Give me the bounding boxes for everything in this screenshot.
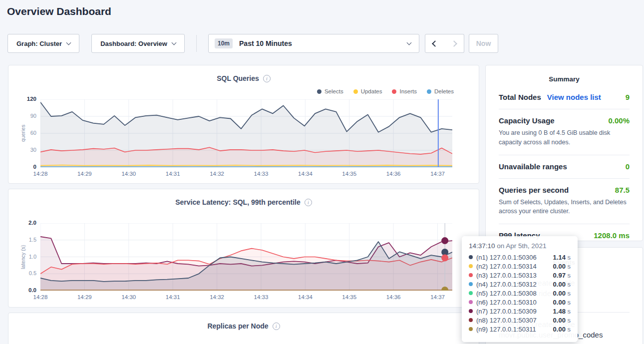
node-series-dot-icon xyxy=(469,264,473,268)
summary-label: Capacity Usage xyxy=(499,116,555,125)
tooltip-node-unit: s xyxy=(566,281,571,288)
x-axis-tick-label: 14:30 xyxy=(117,171,141,177)
summary-heading: Summary xyxy=(486,75,643,83)
tooltip-node-unit: s xyxy=(566,317,571,324)
x-axis-tick-label: 14:31 xyxy=(161,171,185,177)
service-latency-chart-panel: Service Latency: SQL, 99th percentile i … xyxy=(8,189,479,308)
tooltip-node-value: 0.00 s xyxy=(553,290,571,297)
x-axis-tick-label: 14:34 xyxy=(293,171,317,177)
page-title: Overview Dashboard xyxy=(7,5,111,17)
legend-label: Selects xyxy=(324,88,343,94)
tooltip-node-value: 0.00 s xyxy=(553,299,571,306)
tooltip-node-value: 0.00 s xyxy=(553,317,571,324)
node-series-dot-icon xyxy=(469,291,473,295)
y-axis-tick-label: 60 xyxy=(12,130,36,136)
summary-value: 9 xyxy=(626,93,630,101)
x-axis-tick-label: 14:35 xyxy=(337,294,361,300)
plot-svg xyxy=(40,223,452,291)
summary-value: 1208.0 ms xyxy=(594,231,630,240)
legend-item[interactable]: Selects xyxy=(317,88,343,94)
graph-dropdown-label: Graph: Cluster xyxy=(16,40,62,47)
tooltip-node-unit: s xyxy=(566,308,571,315)
summary-row: Queries per second87.5Sum of Selects, Up… xyxy=(499,179,630,225)
legend-item[interactable]: Inserts xyxy=(392,88,417,94)
node-series-dot-icon xyxy=(469,318,473,322)
y-axis-tick-label: 0.5 xyxy=(12,270,36,276)
chart-title: Service Latency: SQL, 99th percentile xyxy=(175,198,301,206)
info-icon[interactable]: i xyxy=(263,75,271,82)
tooltip-node-value: 0.00 s xyxy=(553,326,571,333)
x-axis-tick-label: 14:34 xyxy=(293,294,317,300)
y-axis-tick-label: 1.0 xyxy=(12,254,36,260)
tooltip-node-value: 0.00 s xyxy=(553,263,571,270)
tooltip-node-row: (n9) 127.0.0.1:503110.00 s xyxy=(469,325,571,334)
node-series-dot-icon xyxy=(469,273,473,277)
y-axis-tick-label: 30 xyxy=(12,147,36,153)
sql-queries-plot[interactable] xyxy=(40,99,452,167)
node-series-dot-icon xyxy=(469,327,473,331)
overview-dashboard-page: { "page": { "title": "Overview Dashboard… xyxy=(0,0,644,344)
x-axis-tick-label: 14:29 xyxy=(72,294,96,300)
time-range-dropdown[interactable]: 10m Past 10 Minutes xyxy=(208,34,419,53)
tooltip-node-label: (n4) 127.0.0.1:50312 xyxy=(476,281,537,288)
summary-label: Total Nodes xyxy=(499,93,541,101)
x-axis-tick-label: 14:32 xyxy=(205,171,229,177)
x-axis-tick-label: 14:37 xyxy=(426,294,450,300)
tooltip-node-value: 1.48 s xyxy=(553,308,571,315)
service-latency-plot[interactable] xyxy=(40,223,452,291)
time-next-button[interactable] xyxy=(444,34,464,53)
y-axis-tick-label: 2.0 xyxy=(12,220,36,226)
tooltip-node-row: (n2) 127.0.0.1:503140.00 s xyxy=(469,262,571,271)
legend-label: Updates xyxy=(361,88,382,94)
view-nodes-list-link[interactable]: View nodes list xyxy=(547,93,601,101)
node-series-dot-icon xyxy=(469,309,473,313)
tooltip-node-label: (n2) 127.0.0.1:50314 xyxy=(476,263,537,270)
tooltip-node-label: (n7) 127.0.0.1:50309 xyxy=(476,308,537,315)
tooltip-timestamp: 14:37:10 on Apr 5th, 2021 xyxy=(469,242,571,250)
summary-subtext: You are using 0 B of 4.5 GiB usable disk… xyxy=(499,128,630,147)
tooltip-node-row: (n7) 127.0.0.1:503091.48 s xyxy=(469,307,571,316)
x-axis-tick-label: 14:35 xyxy=(337,171,361,177)
sql-queries-chart-panel: SQL Queries i SelectsUpdatesInsertsDelet… xyxy=(8,65,479,184)
dashboard-dropdown[interactable]: Dashboard: Overview xyxy=(91,34,185,53)
x-axis-tick-label: 14:28 xyxy=(28,294,52,300)
x-axis-tick-label: 14:28 xyxy=(28,171,52,177)
tooltip-node-row: (n3) 127.0.0.1:503130.97 s xyxy=(469,271,571,280)
tooltip-node-unit: s xyxy=(566,263,571,270)
replicas-per-node-chart-panel: Replicas per Node i xyxy=(8,313,479,344)
now-button[interactable]: Now xyxy=(469,34,498,53)
info-icon[interactable]: i xyxy=(273,323,280,330)
chevron-left-icon xyxy=(432,40,438,47)
legend-dot-icon xyxy=(392,89,396,94)
chevron-down-icon xyxy=(171,40,176,45)
chart-legend: SelectsUpdatesInsertsDeletes xyxy=(317,88,454,94)
chevron-down-icon xyxy=(66,40,71,45)
y-axis-tick-label: 1.5 xyxy=(12,237,36,243)
chart-title: Replicas per Node xyxy=(207,322,268,330)
chevron-right-icon xyxy=(451,40,457,47)
tooltip-node-row: (n1) 127.0.0.1:503061.14 s xyxy=(469,253,571,262)
time-range-badge: 10m xyxy=(215,38,233,48)
tooltip-node-label: (n5) 127.0.0.1:50308 xyxy=(476,290,537,297)
summary-label: Queries per second xyxy=(499,186,569,194)
tooltip-node-unit: s xyxy=(566,326,571,333)
graph-dropdown[interactable]: Graph: Cluster xyxy=(7,34,79,53)
legend-dot-icon xyxy=(427,89,431,94)
legend-item[interactable]: Deletes xyxy=(427,88,454,94)
toolbar-divider xyxy=(196,35,197,52)
x-axis-tick-label: 14:33 xyxy=(249,171,273,177)
x-axis-tick-label: 14:37 xyxy=(426,171,450,177)
info-icon[interactable]: i xyxy=(305,199,312,206)
legend-item[interactable]: Updates xyxy=(353,88,382,94)
summary-row: Capacity Usage0.00%You are using 0 B of … xyxy=(499,109,630,155)
dashboard-dropdown-label: Dashboard: Overview xyxy=(100,40,167,47)
node-series-dot-icon xyxy=(469,255,473,259)
tooltip-node-row: (n8) 127.0.0.1:503070.00 s xyxy=(469,316,571,325)
tooltip-node-value: 1.14 s xyxy=(553,254,571,261)
chart-title: SQL Queries xyxy=(217,74,259,82)
tooltip-node-value: 0.97 s xyxy=(553,272,571,279)
y-axis-tick-label: 90 xyxy=(12,113,36,119)
time-prev-button[interactable] xyxy=(425,34,445,53)
chart-hover-tooltip: 14:37:10 on Apr 5th, 2021 (n1) 127.0.0.1… xyxy=(462,236,578,342)
summary-value: 87.5 xyxy=(615,186,630,194)
